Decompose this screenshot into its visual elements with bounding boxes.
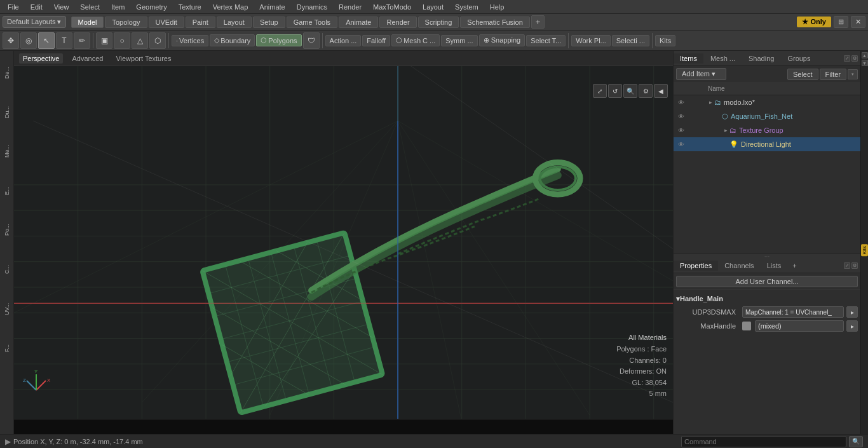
expand-icon-modo[interactable]: ▸ [707, 98, 714, 106]
prop-arrow-maxhandle[interactable]: ▸ [846, 320, 858, 332]
selection-sets-button[interactable]: Selecti ... [612, 35, 649, 46]
command-input[interactable] [681, 436, 846, 447]
search-command-icon[interactable]: 🔍 [849, 436, 863, 447]
expand-icon-aquarium[interactable] [714, 112, 722, 120]
select-button[interactable]: Select [787, 69, 818, 80]
tab-channels[interactable]: Channels [718, 261, 760, 271]
edge-btn-1[interactable]: ▲ [862, 52, 868, 58]
menu-system[interactable]: System [450, 2, 484, 12]
menu-maxtomodo[interactable]: MaxToModo [368, 2, 416, 12]
tab-render[interactable]: Render [379, 17, 416, 28]
panel-expand-icon[interactable]: ⤢ [844, 55, 850, 62]
tab-lists[interactable]: Lists [761, 261, 788, 271]
prop-group-header[interactable]: ▾ Handle_Main [676, 292, 858, 305]
zoom-icon[interactable]: 🔍 [623, 84, 637, 98]
props-settings-icon[interactable]: ⚙ [851, 262, 858, 269]
menu-texture[interactable]: Texture [173, 2, 207, 12]
close-icon-button[interactable]: ✕ [851, 16, 865, 28]
menu-edit[interactable]: Edit [25, 2, 48, 12]
prop-value-udp[interactable]: MapChannel: 1 = UVChannel_ [742, 306, 844, 318]
shield-icon[interactable]: 🛡 [303, 32, 320, 49]
layout-icon-button[interactable]: ⊞ [834, 16, 848, 28]
menu-item[interactable]: Item [106, 2, 130, 12]
item-modo-lxo[interactable]: 👁 ▸ 🗂 modo.lxo* [674, 95, 860, 109]
add-item-button[interactable]: Add Item ▾ [676, 68, 726, 80]
layout-dropdown[interactable]: Default Layouts ▾ [3, 16, 66, 28]
square-select-icon[interactable]: ▣ [96, 32, 112, 49]
menu-select[interactable]: Select [75, 2, 105, 12]
vertices-mode-button[interactable]: · Vertices [172, 35, 208, 46]
sidebar-item-curves[interactable]: C... [1, 250, 13, 288]
sidebar-item-deform[interactable]: De... [1, 53, 13, 92]
menu-layout[interactable]: Layout [417, 2, 449, 12]
eye-icon-modo[interactable]: 👁 [676, 97, 686, 107]
move-tool-icon[interactable]: ✥ [3, 32, 19, 49]
circle-select-icon[interactable]: ○ [114, 32, 130, 49]
panel-settings-icon[interactable]: ⚙ [851, 55, 858, 62]
edge-btn-2[interactable]: ▼ [862, 60, 868, 66]
menu-vertex-map[interactable]: Vertex Map [208, 2, 254, 12]
tab-game-tools[interactable]: Game Tools [287, 17, 338, 28]
tab-topology[interactable]: Topology [105, 17, 147, 28]
tab-schematic-fusion[interactable]: Schematic Fusion [460, 17, 529, 28]
eye-icon-light[interactable]: 👁 [676, 139, 686, 149]
menu-view[interactable]: View [49, 2, 74, 12]
tab-setup[interactable]: Setup [253, 17, 285, 28]
tab-uvedit[interactable]: UVEdit [149, 17, 184, 28]
kits-sidebar-label[interactable]: Kits [861, 244, 868, 256]
menu-animate[interactable]: Animate [254, 2, 290, 12]
tab-paint[interactable]: Paint [186, 17, 215, 28]
settings-icon[interactable]: ⚙ [639, 84, 653, 98]
pen-icon[interactable]: ✏ [74, 32, 90, 49]
tab-mesh[interactable]: Mesh ... [704, 53, 742, 64]
items-more-icon[interactable]: ▾ [848, 69, 858, 79]
add-tab-button[interactable]: + [531, 15, 545, 29]
text-icon[interactable]: T [56, 32, 72, 49]
eye-icon-texture[interactable]: 👁 [676, 125, 686, 135]
item-aquarium[interactable]: 👁 ⬡ Aquarium_Fish_Net [674, 109, 860, 123]
menu-render[interactable]: Render [334, 2, 367, 12]
hex-icon[interactable]: ⬡ [149, 32, 166, 49]
menu-geometry[interactable]: Geometry [131, 2, 172, 12]
expand-icon-light[interactable] [722, 140, 729, 148]
tab-properties[interactable]: Properties [674, 261, 718, 271]
symmetry-button[interactable]: Symm ... [441, 35, 477, 46]
filter-button[interactable]: Filter [820, 69, 846, 80]
tab-shading[interactable]: Shading [742, 53, 781, 64]
menu-file[interactable]: File [3, 2, 24, 12]
add-user-channel-button[interactable]: Add User Channel... [676, 276, 858, 287]
item-dir-light[interactable]: 👁 💡 Directional Light [674, 137, 860, 151]
cursor-icon[interactable]: ↖ [38, 32, 55, 49]
mesh-button[interactable]: ⬡ Mesh C ... [391, 34, 440, 46]
viewport-tab-perspective[interactable]: Perspective [19, 53, 63, 64]
props-expand-icon[interactable]: ⤢ [844, 262, 850, 269]
sidebar-item-dup[interactable]: Du... [1, 93, 13, 131]
item-texture-group[interactable]: 👁 ▸ 🗂 Texture Group [674, 123, 860, 137]
sidebar-item-polygon[interactable]: Po... [1, 211, 13, 249]
boundary-mode-button[interactable]: ◇ Boundary [210, 34, 255, 46]
prop-arrow-udp[interactable]: ▸ [846, 306, 858, 318]
sidebar-item-edit[interactable]: E... [1, 172, 13, 210]
refresh-icon[interactable]: ↺ [608, 84, 622, 98]
tab-layout[interactable]: Layout [217, 17, 252, 28]
action-button[interactable]: Action ... [325, 35, 362, 46]
color-swatch-maxhandle[interactable] [742, 322, 751, 330]
tab-items[interactable]: Items [674, 53, 704, 64]
globe-icon[interactable]: ◎ [20, 32, 37, 49]
viewport-tab-textures[interactable]: Viewport Textures [112, 53, 175, 64]
viewport-tab-advanced[interactable]: Advanced [68, 53, 107, 64]
falloff-button[interactable]: Falloff [362, 35, 390, 46]
select-type-button[interactable]: Select T... [526, 35, 566, 46]
tab-groups[interactable]: Groups [781, 53, 817, 64]
prop-value-maxhandle[interactable]: (mixed) [755, 320, 844, 332]
tri-select-icon[interactable]: △ [132, 32, 148, 49]
star-only-button[interactable]: ★ Only [797, 17, 831, 27]
snapping-button[interactable]: ⊕ Snapping [479, 34, 526, 46]
tab-scripting[interactable]: Scripting [418, 17, 459, 28]
menu-help[interactable]: Help [485, 2, 510, 12]
eye-icon-aquarium[interactable]: 👁 [676, 111, 686, 121]
polygons-mode-button[interactable]: ⬡ Polygons [256, 34, 301, 46]
sidebar-item-mesh[interactable]: Me... [1, 132, 13, 170]
work-plane-button[interactable]: Work Pl... [571, 35, 610, 46]
sidebar-item-uv[interactable]: UV... [1, 290, 13, 328]
